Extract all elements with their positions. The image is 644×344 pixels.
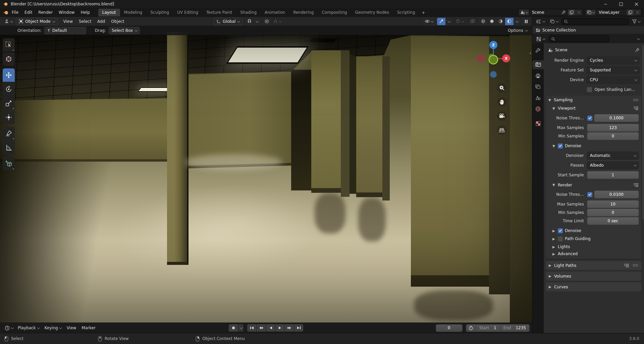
pan-button[interactable] bbox=[497, 97, 506, 107]
tab-sculpting[interactable]: Sculpting bbox=[146, 9, 173, 16]
blender-menu-logo-icon[interactable] bbox=[3, 10, 9, 15]
sampling-viewport-header[interactable]: ▼ Viewport bbox=[546, 104, 641, 112]
drag-grip-icon[interactable] bbox=[633, 99, 639, 102]
viewlayer-remove-button[interactable] bbox=[634, 9, 641, 15]
tab-scripting[interactable]: Scripting bbox=[393, 9, 419, 16]
shading-rendered-button[interactable] bbox=[505, 18, 514, 25]
tool-scale[interactable] bbox=[3, 97, 15, 110]
prev-keyframe-button[interactable] bbox=[257, 324, 266, 332]
viewlayer-browse-button[interactable] bbox=[586, 9, 596, 15]
tab-scene-properties[interactable] bbox=[532, 94, 544, 102]
camera-view-button[interactable] bbox=[497, 111, 506, 121]
vp-noise-threshold-field[interactable]: 0.1000 bbox=[594, 114, 639, 122]
properties-options-button[interactable] bbox=[637, 37, 640, 40]
properties-scrollbar[interactable] bbox=[642, 45, 644, 220]
device-dropdown[interactable]: CPU bbox=[587, 76, 639, 83]
use-preview-range-button[interactable] bbox=[466, 325, 476, 332]
auto-key-button[interactable] bbox=[229, 324, 238, 332]
tab-compositing[interactable]: Compositing bbox=[318, 9, 351, 16]
tab-render-properties[interactable] bbox=[532, 60, 544, 69]
menu-marker[interactable]: Marker bbox=[79, 326, 98, 330]
menu-tl-view[interactable]: View bbox=[64, 326, 79, 330]
presets-icon[interactable] bbox=[624, 264, 629, 268]
scene-browse-button[interactable] bbox=[519, 9, 529, 15]
light-paths-panel-header[interactable]: ▶ Light Paths bbox=[546, 261, 641, 270]
vp-denoise-header[interactable]: ▼ Denoise bbox=[546, 142, 641, 150]
outliner-scene-collection[interactable]: Scene Collection bbox=[532, 26, 644, 35]
tab-animation[interactable]: Animation bbox=[261, 9, 289, 16]
volumes-panel-header[interactable]: ▶ Volumes bbox=[546, 272, 641, 281]
r-noise-threshold-checkbox[interactable] bbox=[587, 192, 592, 197]
tool-move[interactable] bbox=[3, 68, 15, 82]
proportional-falloff-button[interactable] bbox=[271, 18, 283, 25]
snap-settings-button[interactable] bbox=[254, 18, 260, 25]
scene-new-button[interactable] bbox=[568, 9, 575, 15]
select-tool-dropdown[interactable] bbox=[446, 18, 452, 25]
pause-render-button[interactable] bbox=[523, 18, 530, 25]
outliner-editor-type-button[interactable] bbox=[534, 18, 547, 25]
sampling-panel-header[interactable]: ▼ Sampling bbox=[546, 96, 641, 104]
menu-render[interactable]: Render bbox=[35, 9, 56, 16]
shading-solid-button[interactable] bbox=[488, 18, 496, 25]
tab-texture-properties[interactable] bbox=[532, 119, 544, 128]
tab-world-properties[interactable] bbox=[532, 105, 544, 113]
shading-dropdown[interactable] bbox=[514, 18, 520, 25]
start-sample-field[interactable]: 1 bbox=[587, 171, 639, 179]
minimize-button[interactable] bbox=[598, 0, 613, 8]
perspective-toggle-button[interactable] bbox=[497, 125, 506, 135]
menu-help[interactable]: Help bbox=[77, 9, 93, 16]
snap-toggle-button[interactable] bbox=[245, 18, 254, 25]
next-keyframe-button[interactable] bbox=[285, 324, 294, 332]
navigation-gizmo[interactable]: Z X bbox=[475, 38, 512, 80]
viewlayer-name[interactable]: ViewLayer bbox=[596, 10, 626, 15]
menu-window[interactable]: Window bbox=[56, 9, 77, 16]
pin-id-button[interactable] bbox=[635, 48, 639, 52]
feature-set-dropdown[interactable]: Supported bbox=[587, 66, 639, 74]
menu-file[interactable]: File bbox=[9, 9, 21, 16]
vp-denoise-checkbox[interactable] bbox=[558, 144, 563, 149]
current-frame-field[interactable]: 0 bbox=[436, 325, 462, 332]
viewlayer-new-button[interactable] bbox=[626, 9, 634, 15]
menu-keying[interactable]: Keying bbox=[42, 326, 64, 330]
r-denoise-checkbox[interactable] bbox=[558, 228, 563, 233]
tool-transform[interactable] bbox=[3, 111, 15, 124]
menu-view[interactable]: View bbox=[60, 18, 76, 25]
tab-viewlayer-properties[interactable] bbox=[532, 82, 544, 91]
editor-type-button[interactable] bbox=[2, 18, 14, 25]
properties-editor-type-button[interactable] bbox=[534, 35, 547, 43]
scene-unlink-button[interactable] bbox=[575, 9, 582, 15]
menu-object[interactable]: Object bbox=[108, 18, 127, 25]
proportional-editing-button[interactable] bbox=[263, 18, 271, 25]
menu-playback[interactable]: Playback bbox=[15, 326, 42, 330]
r-max-samples-field[interactable]: 10 bbox=[587, 200, 639, 208]
presets-icon[interactable] bbox=[634, 183, 639, 187]
jump-to-start-button[interactable] bbox=[247, 324, 256, 332]
menu-edit[interactable]: Edit bbox=[21, 9, 35, 16]
outliner-filter-button[interactable] bbox=[630, 18, 642, 25]
tool-measure[interactable] bbox=[3, 141, 15, 154]
scene-name[interactable]: Scene bbox=[529, 10, 559, 15]
tab-modeling[interactable]: Modeling bbox=[120, 9, 147, 16]
r-min-samples-field[interactable]: 0 bbox=[587, 209, 639, 216]
3d-viewport[interactable]: Orientation: Default Drag: Select Box Op… bbox=[0, 26, 532, 323]
start-frame-field[interactable]: Start1 bbox=[476, 325, 500, 332]
shading-wireframe-button[interactable] bbox=[479, 18, 487, 25]
vp-min-samples-field[interactable]: 0 bbox=[587, 132, 639, 140]
passes-dropdown[interactable]: Albedo bbox=[587, 162, 639, 169]
play-button[interactable] bbox=[275, 324, 284, 332]
tool-cursor[interactable] bbox=[3, 52, 15, 66]
menu-select[interactable]: Select bbox=[76, 18, 94, 25]
play-reverse-button[interactable] bbox=[266, 324, 275, 332]
tab-layout[interactable]: Layout bbox=[98, 9, 120, 16]
add-workspace-button[interactable]: + bbox=[419, 9, 428, 16]
tab-tool-properties[interactable] bbox=[532, 46, 544, 55]
maximize-button[interactable] bbox=[613, 0, 629, 8]
render-engine-dropdown[interactable]: Cycles bbox=[587, 57, 639, 64]
select-tool-button[interactable] bbox=[437, 18, 445, 25]
show-gizmo-button[interactable] bbox=[423, 18, 435, 25]
osl-checkbox[interactable] bbox=[587, 87, 592, 92]
r-noise-threshold-field[interactable]: 0.0100 bbox=[594, 191, 639, 198]
timeline-editor-type-button[interactable] bbox=[3, 324, 15, 332]
xray-toggle-button[interactable] bbox=[468, 18, 477, 25]
close-button[interactable] bbox=[629, 0, 644, 8]
